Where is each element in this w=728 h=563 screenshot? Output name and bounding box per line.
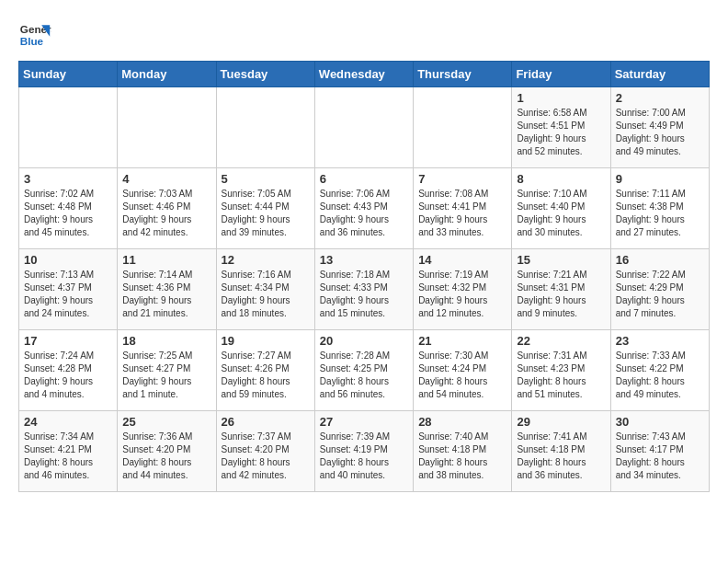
- calendar-cell: 24Sunrise: 7:34 AM Sunset: 4:21 PM Dayli…: [19, 411, 118, 492]
- day-number: 11: [122, 253, 210, 267]
- day-number: 28: [418, 415, 506, 429]
- day-number: 26: [222, 415, 310, 429]
- day-number: 23: [616, 334, 704, 348]
- calendar-cell: 26Sunrise: 7:37 AM Sunset: 4:20 PM Dayli…: [216, 411, 314, 492]
- day-number: 17: [24, 334, 112, 348]
- calendar-cell: 23Sunrise: 7:33 AM Sunset: 4:22 PM Dayli…: [610, 330, 709, 411]
- calendar-cell: 20Sunrise: 7:28 AM Sunset: 4:25 PM Dayli…: [314, 330, 413, 411]
- calendar-cell: 19Sunrise: 7:27 AM Sunset: 4:26 PM Dayli…: [216, 330, 314, 411]
- day-info: Sunrise: 7:10 AM Sunset: 4:40 PM Dayligh…: [517, 188, 605, 239]
- calendar-cell: 10Sunrise: 7:13 AM Sunset: 4:37 PM Dayli…: [19, 249, 118, 330]
- day-info: Sunrise: 7:03 AM Sunset: 4:46 PM Dayligh…: [122, 188, 210, 239]
- day-info: Sunrise: 7:27 AM Sunset: 4:26 PM Dayligh…: [222, 350, 310, 401]
- day-number: 25: [122, 415, 210, 429]
- day-info: Sunrise: 7:08 AM Sunset: 4:41 PM Dayligh…: [418, 188, 506, 239]
- day-number: 24: [24, 415, 112, 429]
- day-info: Sunrise: 7:18 AM Sunset: 4:33 PM Dayligh…: [320, 269, 408, 320]
- calendar-cell: 15Sunrise: 7:21 AM Sunset: 4:31 PM Dayli…: [512, 249, 610, 330]
- day-info: Sunrise: 7:19 AM Sunset: 4:32 PM Dayligh…: [418, 269, 506, 320]
- col-header-tuesday: Tuesday: [216, 62, 314, 87]
- calendar-cell: [118, 87, 216, 168]
- calendar-cell: 25Sunrise: 7:36 AM Sunset: 4:20 PM Dayli…: [118, 411, 216, 492]
- day-info: Sunrise: 7:40 AM Sunset: 4:18 PM Dayligh…: [418, 431, 506, 482]
- day-number: 27: [320, 415, 408, 429]
- calendar-cell: [216, 87, 314, 168]
- svg-text:Blue: Blue: [20, 35, 44, 47]
- day-info: Sunrise: 7:16 AM Sunset: 4:34 PM Dayligh…: [222, 269, 310, 320]
- calendar-cell: 30Sunrise: 7:43 AM Sunset: 4:17 PM Dayli…: [610, 411, 709, 492]
- calendar-cell: 28Sunrise: 7:40 AM Sunset: 4:18 PM Dayli…: [414, 411, 512, 492]
- week-row-3: 17Sunrise: 7:24 AM Sunset: 4:28 PM Dayli…: [19, 330, 710, 411]
- calendar-cell: 12Sunrise: 7:16 AM Sunset: 4:34 PM Dayli…: [216, 249, 314, 330]
- col-header-friday: Friday: [512, 62, 610, 87]
- calendar-header-row: SundayMondayTuesdayWednesdayThursdayFrid…: [19, 62, 710, 87]
- day-number: 1: [517, 91, 605, 105]
- calendar-cell: 5Sunrise: 7:05 AM Sunset: 4:44 PM Daylig…: [216, 168, 314, 249]
- calendar-cell: [414, 87, 512, 168]
- calendar-cell: 4Sunrise: 7:03 AM Sunset: 4:46 PM Daylig…: [118, 168, 216, 249]
- day-info: Sunrise: 7:41 AM Sunset: 4:18 PM Dayligh…: [517, 431, 605, 482]
- day-info: Sunrise: 7:13 AM Sunset: 4:37 PM Dayligh…: [24, 269, 112, 320]
- day-info: Sunrise: 7:37 AM Sunset: 4:20 PM Dayligh…: [222, 431, 310, 482]
- calendar-cell: 21Sunrise: 7:30 AM Sunset: 4:24 PM Dayli…: [414, 330, 512, 411]
- week-row-0: 1Sunrise: 6:58 AM Sunset: 4:51 PM Daylig…: [19, 87, 710, 168]
- day-number: 12: [222, 253, 310, 267]
- day-info: Sunrise: 7:22 AM Sunset: 4:29 PM Dayligh…: [616, 269, 704, 320]
- day-info: Sunrise: 7:28 AM Sunset: 4:25 PM Dayligh…: [320, 350, 408, 401]
- day-number: 14: [418, 253, 506, 267]
- day-number: 18: [122, 334, 210, 348]
- calendar-table: SundayMondayTuesdayWednesdayThursdayFrid…: [18, 61, 710, 492]
- calendar-cell: 22Sunrise: 7:31 AM Sunset: 4:23 PM Dayli…: [512, 330, 610, 411]
- day-number: 20: [320, 334, 408, 348]
- col-header-sunday: Sunday: [19, 62, 118, 87]
- calendar-cell: 7Sunrise: 7:08 AM Sunset: 4:41 PM Daylig…: [414, 168, 512, 249]
- day-number: 5: [222, 172, 310, 186]
- col-header-monday: Monday: [118, 62, 216, 87]
- day-info: Sunrise: 7:24 AM Sunset: 4:28 PM Dayligh…: [24, 350, 112, 401]
- day-info: Sunrise: 7:33 AM Sunset: 4:22 PM Dayligh…: [616, 350, 704, 401]
- day-info: Sunrise: 7:05 AM Sunset: 4:44 PM Dayligh…: [222, 188, 310, 239]
- day-info: Sunrise: 7:34 AM Sunset: 4:21 PM Dayligh…: [24, 431, 112, 482]
- calendar-cell: [314, 87, 413, 168]
- day-number: 15: [517, 253, 605, 267]
- week-row-1: 3Sunrise: 7:02 AM Sunset: 4:48 PM Daylig…: [19, 168, 710, 249]
- logo: General Blue: [18, 18, 51, 52]
- calendar-cell: 14Sunrise: 7:19 AM Sunset: 4:32 PM Dayli…: [414, 249, 512, 330]
- calendar-cell: 3Sunrise: 7:02 AM Sunset: 4:48 PM Daylig…: [19, 168, 118, 249]
- col-header-saturday: Saturday: [610, 62, 709, 87]
- day-number: 16: [616, 253, 704, 267]
- week-row-2: 10Sunrise: 7:13 AM Sunset: 4:37 PM Dayli…: [19, 249, 710, 330]
- day-number: 2: [616, 91, 704, 105]
- day-number: 6: [320, 172, 408, 186]
- day-info: Sunrise: 7:11 AM Sunset: 4:38 PM Dayligh…: [616, 188, 704, 239]
- day-info: Sunrise: 7:31 AM Sunset: 4:23 PM Dayligh…: [517, 350, 605, 401]
- calendar-cell: 2Sunrise: 7:00 AM Sunset: 4:49 PM Daylig…: [610, 87, 709, 168]
- day-number: 30: [616, 415, 704, 429]
- day-number: 29: [517, 415, 605, 429]
- day-number: 19: [222, 334, 310, 348]
- day-info: Sunrise: 7:21 AM Sunset: 4:31 PM Dayligh…: [517, 269, 605, 320]
- calendar-cell: 29Sunrise: 7:41 AM Sunset: 4:18 PM Dayli…: [512, 411, 610, 492]
- calendar-cell: 27Sunrise: 7:39 AM Sunset: 4:19 PM Dayli…: [314, 411, 413, 492]
- day-info: Sunrise: 7:25 AM Sunset: 4:27 PM Dayligh…: [122, 350, 210, 401]
- calendar-cell: [19, 87, 118, 168]
- day-info: Sunrise: 7:06 AM Sunset: 4:43 PM Dayligh…: [320, 188, 408, 239]
- day-info: Sunrise: 7:00 AM Sunset: 4:49 PM Dayligh…: [616, 107, 704, 158]
- day-number: 3: [24, 172, 112, 186]
- page-header: General Blue: [18, 18, 710, 52]
- calendar-cell: 6Sunrise: 7:06 AM Sunset: 4:43 PM Daylig…: [314, 168, 413, 249]
- calendar-cell: 11Sunrise: 7:14 AM Sunset: 4:36 PM Dayli…: [118, 249, 216, 330]
- calendar-cell: 1Sunrise: 6:58 AM Sunset: 4:51 PM Daylig…: [512, 87, 610, 168]
- logo-icon: General Blue: [18, 18, 51, 52]
- day-info: Sunrise: 7:02 AM Sunset: 4:48 PM Dayligh…: [24, 188, 112, 239]
- day-number: 13: [320, 253, 408, 267]
- day-number: 22: [517, 334, 605, 348]
- col-header-wednesday: Wednesday: [314, 62, 413, 87]
- calendar-cell: 8Sunrise: 7:10 AM Sunset: 4:40 PM Daylig…: [512, 168, 610, 249]
- day-number: 8: [517, 172, 605, 186]
- day-info: Sunrise: 7:39 AM Sunset: 4:19 PM Dayligh…: [320, 431, 408, 482]
- day-info: Sunrise: 7:30 AM Sunset: 4:24 PM Dayligh…: [418, 350, 506, 401]
- day-number: 4: [122, 172, 210, 186]
- day-number: 7: [418, 172, 506, 186]
- day-info: Sunrise: 7:43 AM Sunset: 4:17 PM Dayligh…: [616, 431, 704, 482]
